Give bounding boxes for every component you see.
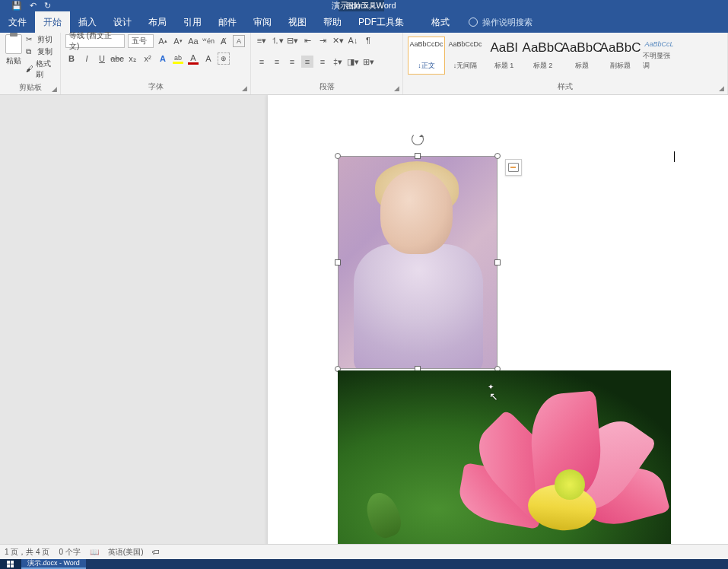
style-name: 标题 2	[533, 61, 553, 71]
asian-layout-button[interactable]: ✕▾	[332, 34, 344, 46]
decrease-indent-button[interactable]: ⇤	[301, 34, 313, 46]
line-spacing-button[interactable]: ‡▾	[332, 56, 344, 68]
style-preview: AaBbC	[523, 40, 564, 56]
clipboard-group-label: 剪贴板◢	[5, 80, 56, 95]
paste-button[interactable]: 粘贴	[5, 34, 23, 66]
copy-button[interactable]: ⧉复制	[26, 46, 56, 57]
resize-handle-tr[interactable]	[494, 153, 501, 159]
justify-button[interactable]: ≡	[301, 56, 313, 68]
style-item[interactable]: AaBbCcDc↓无间隔	[447, 37, 484, 75]
style-name: 不明显强调	[643, 51, 676, 71]
page[interactable]: ↖	[268, 95, 728, 544]
brush-icon: 🖌	[26, 65, 33, 74]
dialog-launcher-icon[interactable]: ◢	[52, 85, 57, 93]
svg-rect-2	[7, 564, 10, 567]
tab-file[interactable]: 文件	[0, 11, 35, 33]
align-left-button[interactable]: ≡	[256, 56, 268, 68]
scissors-icon: ✂	[26, 35, 35, 44]
style-item[interactable]: AaBbC副标题	[602, 37, 639, 75]
spellcheck-icon[interactable]: 📖	[90, 548, 99, 556]
tab-home[interactable]: 开始	[35, 11, 70, 33]
show-marks-button[interactable]: ¶	[362, 34, 374, 46]
tab-view[interactable]: 视图	[280, 11, 315, 33]
rotate-handle-icon[interactable]	[412, 133, 424, 145]
shrink-font-button[interactable]: A▾	[172, 35, 184, 47]
tab-pdf-tools[interactable]: PDF工具集	[350, 11, 412, 33]
font-name-combo[interactable]: 等线 (西文正文)	[65, 34, 125, 48]
status-word-count[interactable]: 0 个字	[59, 547, 80, 558]
style-item[interactable]: AaBbC标题 2	[524, 37, 561, 75]
phonetic-guide-button[interactable]: ᵂén	[202, 35, 215, 47]
char-shading-button[interactable]: A	[202, 52, 215, 65]
style-item[interactable]: AaBbC标题	[563, 37, 600, 75]
style-item[interactable]: AaBbCcL不明显强调	[641, 37, 678, 75]
increase-indent-button[interactable]: ⇥	[316, 34, 329, 46]
clear-formatting-button[interactable]: A̸	[218, 35, 230, 47]
resize-handle-t[interactable]	[415, 153, 421, 159]
quick-access-toolbar: 💾 ↶ ↻	[0, 1, 51, 11]
lotus-picture[interactable]	[338, 370, 671, 544]
dialog-launcher-icon[interactable]: ◢	[394, 84, 399, 92]
align-center-button[interactable]: ≡	[271, 56, 283, 68]
text-cursor	[674, 151, 675, 162]
italic-button[interactable]: I	[81, 52, 93, 65]
superscript-button[interactable]: x²	[141, 52, 154, 65]
selected-picture-portrait[interactable]	[338, 156, 498, 369]
format-painter-button[interactable]: 🖌格式刷	[26, 59, 56, 80]
borders-button[interactable]: ⊞▾	[362, 56, 374, 68]
change-case-button[interactable]: Aa	[187, 35, 199, 47]
layout-options-button[interactable]	[505, 159, 522, 176]
shading-button[interactable]: ◨▾	[347, 56, 359, 68]
undo-icon[interactable]: ↶	[30, 1, 37, 11]
tab-references[interactable]: 引用	[175, 11, 210, 33]
taskbar-app-word[interactable]: 演示.docx - Word	[21, 559, 86, 569]
tab-mailings[interactable]: 邮件	[210, 11, 245, 33]
tab-help[interactable]: 帮助	[315, 11, 350, 33]
strikethrough-button[interactable]: abc	[111, 52, 123, 65]
portrait-image[interactable]	[338, 156, 498, 369]
tell-me-search[interactable]: 操作说明搜索	[458, 11, 532, 33]
dialog-launcher-icon[interactable]: ◢	[242, 84, 247, 92]
tab-insert[interactable]: 插入	[70, 11, 105, 33]
numbering-button[interactable]: ⒈▾	[271, 34, 283, 46]
resize-handle-r[interactable]	[494, 259, 501, 265]
track-changes-icon[interactable]: 🏷	[152, 548, 160, 556]
tab-layout[interactable]: 布局	[140, 11, 175, 33]
tab-review[interactable]: 审阅	[245, 11, 280, 33]
styles-gallery[interactable]: AaBbCcDc↓正文AaBbCcDc↓无间隔AaBl标题 1AaBbC标题 2…	[408, 34, 678, 77]
resize-handle-l[interactable]	[335, 259, 341, 265]
redo-icon[interactable]: ↻	[44, 1, 51, 11]
font-color-button[interactable]: A	[187, 52, 199, 65]
status-language[interactable]: 英语(美国)	[108, 547, 144, 558]
subscript-button[interactable]: x₂	[126, 52, 138, 65]
copy-icon: ⧉	[26, 47, 35, 56]
document-area[interactable]: ↖	[0, 95, 728, 544]
text-effects-button[interactable]: A	[157, 52, 169, 65]
char-border-button[interactable]: ⊕	[218, 52, 230, 65]
bullets-button[interactable]: ≡▾	[256, 34, 268, 46]
font-size-combo[interactable]: 五号	[128, 34, 154, 48]
sort-button[interactable]: A↓	[347, 34, 359, 46]
tab-design[interactable]: 设计	[105, 11, 140, 33]
resize-handle-tl[interactable]	[335, 153, 341, 159]
enclose-char-button[interactable]: A	[233, 35, 245, 47]
dialog-launcher-icon[interactable]: ◢	[719, 84, 724, 92]
svg-rect-1	[11, 561, 14, 564]
distributed-button[interactable]: ≡	[316, 56, 329, 68]
save-icon[interactable]: 💾	[11, 1, 22, 11]
copy-label: 复制	[37, 46, 52, 57]
underline-button[interactable]: U	[96, 52, 108, 65]
multilevel-list-button[interactable]: ⊟▾	[286, 34, 298, 46]
status-page[interactable]: 1 页，共 4 页	[5, 547, 49, 558]
style-item[interactable]: AaBbCcDc↓正文	[408, 37, 445, 75]
style-preview: AaBl	[491, 40, 518, 56]
highlight-color-button[interactable]: ab	[172, 52, 184, 65]
tab-format[interactable]: 格式	[423, 11, 458, 33]
align-right-button[interactable]: ≡	[286, 56, 298, 68]
start-button[interactable]	[0, 559, 21, 569]
bold-button[interactable]: B	[65, 52, 78, 65]
status-bar: 1 页，共 4 页 0 个字 📖 英语(美国) 🏷	[0, 544, 728, 559]
cut-button[interactable]: ✂剪切	[26, 34, 56, 45]
style-item[interactable]: AaBl标题 1	[485, 37, 523, 75]
grow-font-button[interactable]: A▴	[157, 35, 169, 47]
